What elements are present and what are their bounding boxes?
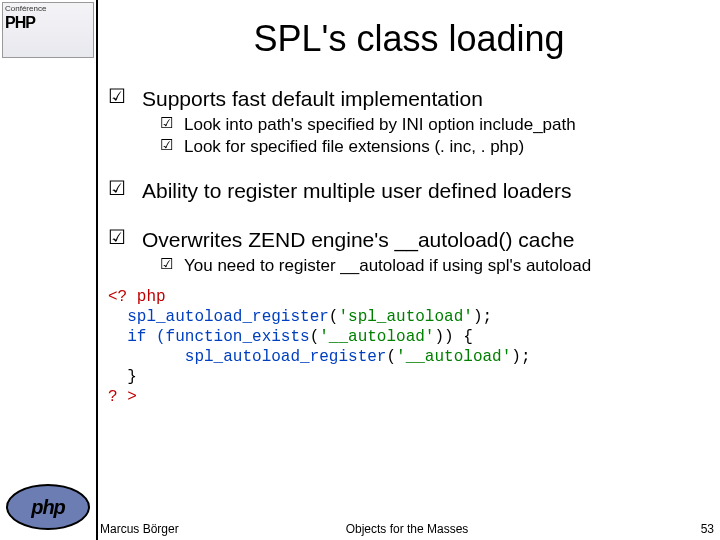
code-brace: }: [127, 368, 137, 386]
php-logo-text: php: [31, 496, 65, 519]
bullet-text: Ability to register multiple user define…: [142, 178, 572, 204]
bullet-item: ☑ Ability to register multiple user defi…: [98, 172, 720, 206]
conference-logo: Conférence PHP: [2, 2, 94, 58]
checkbox-icon: ☑: [158, 255, 174, 273]
slide-footer: Marcus Börger Objects for the Masses 53: [100, 522, 714, 536]
footer-page: 53: [701, 522, 714, 536]
code-punct: (: [386, 348, 396, 366]
sub-bullet-item: ☑ Look for specified file extensions (. …: [98, 136, 720, 158]
code-fn: spl_autoload_register: [127, 308, 329, 326]
code-fn: spl_autoload_register: [185, 348, 387, 366]
slide-title: SPL's class loading: [98, 0, 720, 80]
code-punct: (: [329, 308, 339, 326]
php-logo: php: [6, 484, 90, 530]
code-string: 'spl_autoload': [338, 308, 472, 326]
bullet-item: ☑ Overwrites ZEND engine's __autoload() …: [98, 221, 720, 255]
bullet-text: Overwrites ZEND engine's __autoload() ca…: [142, 227, 574, 253]
checkbox-icon: ☑: [106, 178, 128, 198]
logo-line2: PHP: [5, 14, 91, 32]
sub-bullet-text: You need to register __autoload if using…: [184, 255, 591, 277]
checkbox-icon: ☑: [106, 86, 128, 106]
code-tag: <? php: [108, 288, 166, 306]
footer-author: Marcus Börger: [100, 522, 179, 536]
checkbox-icon: ☑: [158, 136, 174, 154]
code-punct: )) {: [434, 328, 472, 346]
logo-line1: Conférence: [5, 5, 91, 14]
sub-bullet-item: ☑ You need to register __autoload if usi…: [98, 255, 720, 277]
code-punct: );: [511, 348, 530, 366]
code-tag: ? >: [108, 388, 137, 406]
code-punct: (: [310, 328, 320, 346]
footer-deck: Objects for the Masses: [100, 522, 714, 536]
code-kw: if (: [127, 328, 165, 346]
checkbox-icon: ☑: [106, 227, 128, 247]
sub-bullet-item: ☑ Look into path's specified by INI opti…: [98, 114, 720, 136]
code-string: '__autoload': [396, 348, 511, 366]
bullet-text: Supports fast default implementation: [142, 86, 483, 112]
sidebar: Conférence PHP php: [0, 0, 98, 540]
bullet-item: ☑ Supports fast default implementation: [98, 80, 720, 114]
code-block: <? php spl_autoload_register('spl_autolo…: [98, 277, 720, 407]
code-string: '__autoload': [319, 328, 434, 346]
code-punct: );: [473, 308, 492, 326]
slide-content: SPL's class loading ☑ Supports fast defa…: [98, 0, 720, 540]
sub-bullet-text: Look into path's specified by INI option…: [184, 114, 576, 136]
code-fn: function_exists: [166, 328, 310, 346]
sub-bullet-text: Look for specified file extensions (. in…: [184, 136, 524, 158]
checkbox-icon: ☑: [158, 114, 174, 132]
